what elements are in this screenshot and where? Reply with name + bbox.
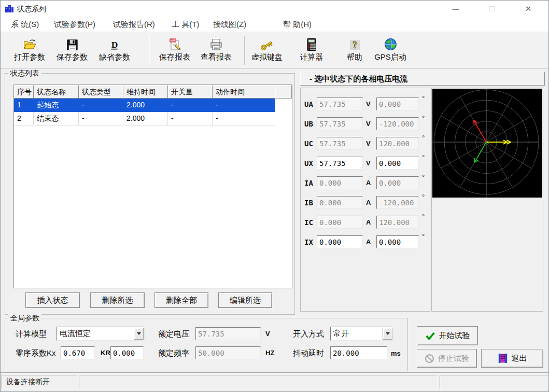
uc-unit: V	[366, 139, 371, 147]
combo-dropdown-button[interactable]	[134, 328, 144, 340]
zero-seq-kx-field[interactable]	[61, 346, 95, 359]
menu-test-params[interactable]: 试验参数(P)	[52, 17, 97, 32]
ua-magnitude-field	[317, 97, 363, 110]
column-header-state-type[interactable]: 状态类型	[79, 85, 123, 99]
svg-text:D: D	[111, 39, 118, 50]
menu-wiring-diagram[interactable]: 接线图(Z)	[211, 17, 248, 32]
close-button[interactable]: ✕	[516, 1, 540, 17]
cell-action-time: -	[213, 112, 275, 125]
ux-magnitude-field[interactable]	[317, 157, 363, 170]
cell-index: 2	[14, 112, 34, 125]
title-bar: 状态系列 — □ ✕	[1, 1, 548, 17]
ib-magnitude-field	[317, 196, 363, 209]
cell-state-name: 结束态	[34, 112, 79, 125]
maximize-button[interactable]: □	[480, 1, 504, 17]
column-header-action-time[interactable]: 动作时间	[213, 85, 275, 99]
column-header-index[interactable]: 序号	[14, 85, 34, 99]
toolbar-calculator[interactable]: 计算器	[290, 35, 333, 67]
degree-symbol: °	[422, 193, 425, 201]
open-folder-icon	[23, 35, 37, 51]
degree-symbol: °	[422, 153, 425, 161]
ix-magnitude-field[interactable]	[317, 235, 363, 248]
exit-label: 退出	[512, 354, 527, 363]
global-params-groupbox: 全局参数 计算模型 电流恒定 额定电压 V 零序系数Kx KR 额定频率 HZ …	[5, 318, 408, 371]
app-window: 状态系列 — □ ✕ 系 统(S) 试验参数(P) 试验报告(R) 工 具(T)…	[0, 0, 549, 392]
ia-magnitude-field	[317, 176, 363, 189]
column-header-state-name[interactable]: 状态名称	[34, 85, 79, 99]
menu-help[interactable]: 帮 助(H)	[281, 17, 314, 32]
maximize-icon: □	[489, 4, 495, 13]
debounce-label: 抖动延时	[293, 348, 324, 358]
ub-magnitude-field	[317, 117, 363, 130]
degree-symbol: °	[422, 232, 425, 240]
delete-all-button[interactable]: 删除全部	[154, 292, 208, 308]
input-mode-combobox[interactable]: 常开	[330, 327, 393, 341]
toolbar-view-report[interactable]: 查看报表	[194, 35, 238, 67]
degree-symbol: °	[422, 134, 425, 142]
edit-selected-button[interactable]: 编辑所选	[218, 292, 272, 308]
ic-magnitude-field	[317, 216, 363, 229]
state-list-group-title: 状态列表	[8, 69, 41, 78]
toolbar-virtual-keyboard[interactable]: 虚拟键盘	[245, 35, 289, 67]
start-test-button[interactable]: 开始试验	[417, 326, 478, 345]
combo-dropdown-button[interactable]	[383, 328, 392, 340]
edit-selected-label: 编辑所选	[230, 296, 261, 305]
toolbar-default-params[interactable]: D 缺省参数	[93, 35, 136, 67]
calc-model-combobox[interactable]: 电流恒定	[57, 327, 145, 341]
input-mode-label: 开入方式	[293, 329, 324, 339]
column-header-hold-time[interactable]: 维持时间	[123, 85, 168, 99]
ua-unit: V	[366, 100, 371, 108]
toolbar-save-report[interactable]: EXL 保存报表	[153, 35, 196, 67]
cell-switch: -	[168, 112, 213, 125]
rated-voltage-label: 额定电压	[158, 329, 189, 339]
rated-freq-unit: HZ	[265, 349, 274, 357]
save-report-icon: EXL	[168, 35, 181, 51]
menu-system[interactable]: 系 统(S)	[9, 17, 41, 32]
cell-state-type: -	[79, 112, 123, 125]
ix-angle-field[interactable]	[376, 235, 419, 248]
global-params-group-title: 全局参数	[8, 314, 41, 323]
menu-tools[interactable]: 工 具(T)	[170, 17, 201, 32]
table-row[interactable]: 1 起始态 - 2.000 - -	[14, 99, 275, 112]
save-floppy-icon	[66, 35, 79, 51]
menu-test-report[interactable]: 试验报告(R)	[111, 17, 157, 32]
toolbar-gps-start[interactable]: GPS启动	[369, 35, 412, 67]
cell-switch: -	[168, 99, 213, 112]
stop-test-label: 停止试验	[438, 354, 469, 363]
debounce-field[interactable]	[330, 346, 387, 359]
calc-model-label: 计算模型	[16, 329, 47, 339]
delete-all-label: 删除全部	[166, 296, 197, 305]
phase-label-ib: IB	[304, 199, 313, 207]
toolbar-open-params[interactable]: 打开参数	[8, 35, 51, 67]
calc-model-value: 电流恒定	[60, 329, 91, 339]
rated-voltage-unit: V	[265, 330, 270, 338]
cell-hold-time: 2.000	[123, 99, 168, 112]
column-header-switch[interactable]: 开关量	[168, 85, 213, 99]
insert-state-button[interactable]: 插入状态	[25, 292, 80, 308]
kr-field[interactable]	[110, 346, 144, 359]
ub-angle-field	[376, 117, 419, 130]
input-mode-value: 常开	[333, 329, 349, 339]
key-icon	[259, 35, 275, 51]
degree-symbol: °	[422, 213, 425, 220]
phase-label-ix: IX	[304, 238, 313, 246]
toolbar-save-params[interactable]: 保存参数	[50, 35, 94, 67]
delete-selected-button[interactable]: 删除所选	[90, 292, 145, 308]
check-icon	[425, 331, 435, 341]
cell-state-type: -	[79, 99, 123, 112]
minimize-button[interactable]: —	[444, 1, 468, 17]
default-params-icon: D	[108, 35, 121, 51]
exit-button[interactable]: 退出	[481, 349, 543, 368]
ux-angle-field[interactable]	[376, 157, 419, 170]
statusbar-divider-highlight	[1, 373, 548, 373]
table-row[interactable]: 2 结束态 - 2.000 - -	[14, 112, 275, 125]
menu-bar: 系 统(S) 试验参数(P) 试验报告(R) 工 具(T) 接线图(Z) 帮 助…	[1, 17, 548, 32]
cell-index: 1	[14, 99, 34, 112]
ix-unit: A	[366, 238, 371, 246]
start-test-label: 开始试验	[439, 331, 470, 341]
close-icon: ✕	[525, 4, 532, 13]
phase-label-ic: IC	[304, 218, 313, 227]
ic-unit: A	[366, 218, 371, 226]
debounce-unit: ms	[391, 349, 401, 357]
rated-freq-label: 额定频率	[158, 348, 189, 358]
